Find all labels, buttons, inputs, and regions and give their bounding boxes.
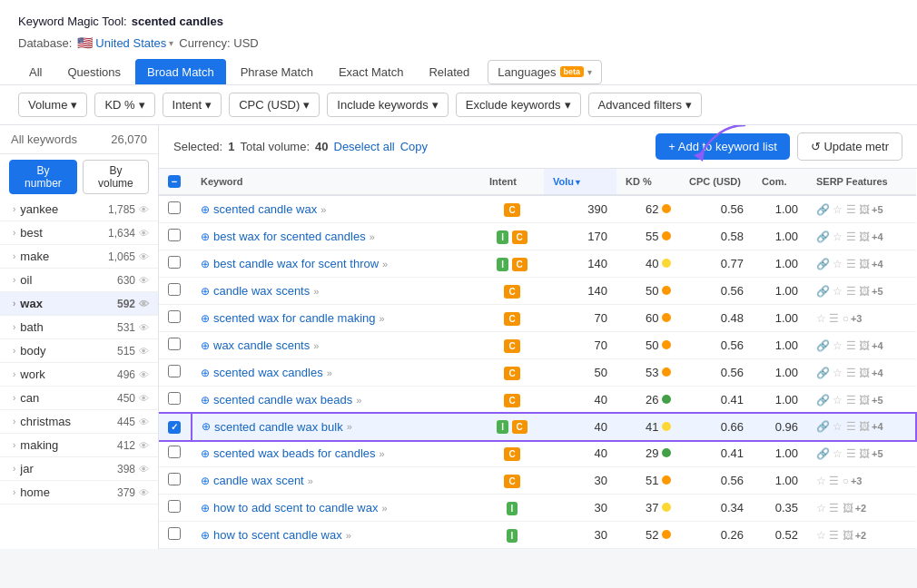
update-metrics-button[interactable]: ↺ Update metr	[797, 132, 902, 161]
keyword-link[interactable]: ⊕ scented wax beads for candles »	[201, 446, 471, 460]
select-all-checkbox[interactable]	[168, 175, 181, 188]
chevron-right-icon: ›	[13, 322, 15, 332]
sidebar-item-best[interactable]: › best 1,634 👁	[0, 221, 158, 245]
serp-cell: 🔗 ☆ ☰ 🖼 +4	[807, 332, 916, 359]
row-checkbox[interactable]	[168, 365, 181, 377]
tab-broad-match[interactable]: Broad Match	[135, 59, 226, 84]
row-checkbox-checked[interactable]	[168, 421, 181, 434]
include-keywords-filter[interactable]: Include keywords ▾	[327, 93, 448, 117]
col-header-kd[interactable]: KD %	[616, 169, 680, 195]
eye-icon[interactable]: 👁	[139, 416, 149, 427]
tab-phrase-match[interactable]: Phrase Match	[230, 60, 324, 84]
eye-icon[interactable]: 👁	[139, 275, 149, 286]
col-header-cpc[interactable]: CPC (USD)	[680, 169, 753, 195]
col-header-com[interactable]: Com.	[753, 169, 807, 195]
by-number-btn[interactable]: By number	[9, 160, 77, 194]
keyword-link[interactable]: ⊕ scented candle wax bulk »	[202, 420, 471, 434]
sidebar-item-make[interactable]: › make 1,065 👁	[0, 245, 158, 269]
sidebar-item-making[interactable]: › making 412 👁	[0, 434, 158, 457]
keyword-link[interactable]: ⊕ scented candle wax »	[201, 202, 471, 216]
row-checkbox[interactable]	[168, 256, 181, 269]
eye-icon[interactable]: 👁	[139, 228, 149, 239]
eye-icon[interactable]: 👁	[139, 251, 149, 262]
eye-icon[interactable]: 👁	[139, 464, 149, 475]
languages-button[interactable]: Languages beta ▾	[488, 60, 602, 84]
by-volume-btn[interactable]: By volume	[83, 160, 149, 194]
sidebar-item-home[interactable]: › home 379 👁	[0, 481, 158, 505]
table-row: ⊕ scented wax for candle making » C 70 6…	[159, 305, 916, 332]
eye-icon[interactable]: 👁	[139, 440, 149, 451]
keyword-link[interactable]: ⊕ best candle wax for scent throw »	[201, 257, 471, 270]
cpc-cell: 0.41	[680, 440, 753, 467]
volume-filter[interactable]: Volume ▾	[18, 93, 87, 117]
deselect-all-link[interactable]: Deselect all	[334, 140, 395, 153]
country-selector[interactable]: 🇺🇸 United States ▾	[77, 35, 173, 50]
keyword-link[interactable]: ⊕ scented wax candles »	[201, 366, 471, 379]
chevron-right-icon: ›	[13, 487, 15, 497]
com-cell: 1.00	[753, 195, 807, 223]
keyword-link[interactable]: ⊕ how to add scent to candle wax »	[201, 501, 471, 514]
row-checkbox[interactable]	[168, 201, 181, 214]
add-to-keyword-list-button[interactable]: + Add to keyword list	[656, 133, 790, 160]
cpc-cell: 0.48	[680, 305, 753, 332]
sidebar-item-wax[interactable]: › wax 592 👁	[0, 292, 158, 316]
intent-badge-c: C	[512, 420, 528, 434]
eye-icon[interactable]: 👁	[139, 487, 149, 498]
row-checkbox[interactable]	[168, 283, 181, 296]
sidebar-item-yankee[interactable]: › yankee 1,785 👁	[0, 198, 158, 221]
col-header-volume[interactable]: Volu▼	[544, 169, 616, 195]
exclude-keywords-filter[interactable]: Exclude keywords ▾	[456, 93, 581, 117]
tab-related[interactable]: Related	[418, 60, 480, 84]
row-checkbox[interactable]	[168, 338, 181, 350]
eye-icon[interactable]: 👁	[139, 322, 149, 333]
row-checkbox[interactable]	[168, 392, 181, 405]
row-checkbox[interactable]	[168, 527, 181, 540]
sidebar-item-oil[interactable]: › oil 630 👁	[0, 269, 158, 292]
row-checkbox[interactable]	[168, 446, 181, 458]
include-chevron-icon: ▾	[432, 98, 439, 112]
row-checkbox[interactable]	[168, 473, 181, 485]
sidebar-item-body[interactable]: › body 515 👁	[0, 339, 158, 363]
row-checkbox[interactable]	[168, 229, 181, 241]
tab-all[interactable]: All	[18, 60, 53, 84]
serp-cell: 🔗 ☆ ☰ 🖼 +4	[807, 250, 916, 278]
sidebar-keyword: make	[20, 250, 49, 263]
keyword-link[interactable]: ⊕ candle wax scents »	[201, 284, 471, 298]
intent-filter[interactable]: Intent ▾	[163, 93, 222, 117]
volume-cell: 70	[544, 305, 616, 332]
page-header: Keyword Magic Tool: scented candles Data…	[0, 0, 917, 85]
advanced-chevron-icon: ▾	[685, 98, 692, 112]
eye-icon[interactable]: 👁	[139, 299, 149, 309]
copy-link[interactable]: Copy	[400, 140, 428, 153]
kd-filter[interactable]: KD % ▾	[94, 93, 154, 117]
keyword-link[interactable]: ⊕ best wax for scented candles »	[201, 230, 471, 243]
eye-icon[interactable]: 👁	[139, 204, 149, 215]
eye-icon[interactable]: 👁	[139, 346, 149, 357]
tab-exact-match[interactable]: Exact Match	[328, 60, 415, 84]
keyword-link[interactable]: ⊕ how to scent candle wax »	[201, 528, 471, 542]
sidebar-item-bath[interactable]: › bath 531 👁	[0, 316, 158, 339]
expand-icon: »	[382, 259, 388, 270]
cpc-cell: 0.56	[680, 467, 753, 495]
eye-icon[interactable]: 👁	[139, 369, 149, 380]
col-header-checkbox	[159, 169, 192, 195]
tab-questions[interactable]: Questions	[56, 60, 132, 84]
row-checkbox[interactable]	[168, 500, 181, 513]
row-checkbox[interactable]	[168, 310, 181, 323]
chevron-right-icon: ›	[13, 228, 15, 238]
keyword-link[interactable]: ⊕ scented candle wax beads »	[201, 393, 471, 407]
sidebar-item-jar[interactable]: › jar 398 👁	[0, 457, 158, 481]
keyword-link[interactable]: ⊕ wax candle scents »	[201, 338, 471, 352]
keyword-link[interactable]: ⊕ candle wax scent »	[201, 474, 471, 487]
serp-cell: 🔗 ☆ ☰ 🖼 +5	[807, 387, 916, 414]
eye-icon[interactable]: 👁	[139, 393, 149, 404]
advanced-filter[interactable]: Advanced filters ▾	[588, 93, 703, 117]
cpc-filter[interactable]: CPC (USD) ▾	[229, 93, 320, 117]
plus-icon: ⊕	[201, 230, 210, 243]
db-label: Database:	[18, 36, 72, 50]
keyword-link[interactable]: ⊕ scented wax for candle making »	[201, 311, 471, 325]
chevron-right-icon: ›	[13, 393, 15, 403]
sidebar-item-can[interactable]: › can 450 👁	[0, 387, 158, 410]
sidebar-item-christmas[interactable]: › christmas 445 👁	[0, 410, 158, 434]
sidebar-item-work[interactable]: › work 496 👁	[0, 363, 158, 387]
